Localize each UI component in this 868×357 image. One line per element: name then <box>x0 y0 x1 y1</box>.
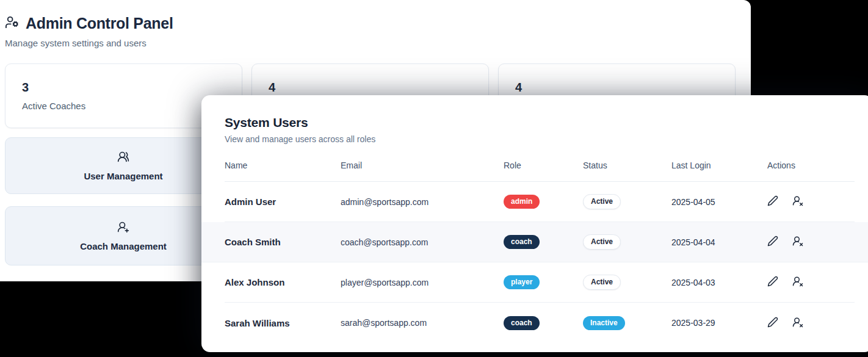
users-table: Name Email Role Status Last Login Action… <box>225 157 855 343</box>
modal-subtitle: View and manage users across all roles <box>225 134 855 144</box>
edit-user-button[interactable] <box>767 236 778 248</box>
edit-icon <box>767 276 778 289</box>
table-header-row: Name Email Role Status Last Login Action… <box>225 157 855 182</box>
table-body: Admin User admin@sportsapp.com admin Act… <box>225 182 855 343</box>
last-login: 2025-04-05 <box>671 197 767 207</box>
role-badge: player <box>504 275 540 289</box>
table-row: Alex Johnson player@sportsapp.com player… <box>225 262 855 303</box>
last-login: 2025-03-29 <box>671 318 767 328</box>
admin-page: { "page": { "title": "Admin Control Pane… <box>0 0 868 357</box>
user-email: coach@sportsapp.com <box>341 237 504 247</box>
column-header-lastlogin: Last Login <box>671 160 767 170</box>
column-header-role: Role <box>504 160 583 170</box>
coach-management-label: Coach Management <box>80 241 167 251</box>
row-actions <box>767 276 855 289</box>
remove-user-button[interactable] <box>792 195 803 208</box>
table-row: Admin User admin@sportsapp.com admin Act… <box>225 182 855 222</box>
remove-user-button[interactable] <box>792 236 803 248</box>
system-users-modal: System Users View and manage users acros… <box>201 95 868 352</box>
column-header-email: Email <box>341 160 504 170</box>
remove-user-icon <box>792 276 803 289</box>
modal-title: System Users <box>225 115 855 130</box>
page-title: Admin Control Panel <box>26 15 173 32</box>
remove-user-button[interactable] <box>792 317 803 330</box>
role-badge: admin <box>504 195 540 209</box>
edit-user-button[interactable] <box>767 195 778 208</box>
edit-icon <box>767 317 778 330</box>
remove-user-icon <box>792 317 803 330</box>
status-badge: Active <box>583 275 621 290</box>
role-badge: coach <box>504 316 540 330</box>
column-header-status: Status <box>583 160 671 170</box>
user-plus-icon <box>117 221 129 236</box>
user-email: admin@sportsapp.com <box>341 197 504 207</box>
column-header-actions: Actions <box>767 160 855 170</box>
row-actions <box>767 317 855 330</box>
edit-icon <box>767 236 778 248</box>
remove-user-button[interactable] <box>792 276 803 289</box>
stat-value: 4 <box>269 81 488 95</box>
user-name: Admin User <box>225 197 341 207</box>
last-login: 2025-04-04 <box>671 237 767 247</box>
remove-user-icon <box>792 236 803 248</box>
remove-user-icon <box>792 195 803 208</box>
status-badge: Active <box>583 234 621 250</box>
edit-user-button[interactable] <box>767 276 778 289</box>
user-name: Alex Johnson <box>225 277 341 287</box>
user-management-label: User Management <box>84 171 162 181</box>
edit-icon <box>767 195 778 208</box>
users-icon <box>117 151 129 165</box>
table-row: Sarah Williams sarah@sportsapp.com coach… <box>225 303 855 343</box>
row-actions <box>767 195 855 208</box>
edit-user-button[interactable] <box>767 317 778 330</box>
column-header-name: Name <box>225 160 341 170</box>
status-badge: Active <box>583 194 621 209</box>
page-subtitle: Manage system settings and users <box>5 38 751 48</box>
stat-value: 3 <box>22 81 242 95</box>
status-badge: Inactive <box>583 316 625 330</box>
user-name: Sarah Williams <box>225 318 341 328</box>
user-name: Coach Smith <box>225 237 341 247</box>
user-email: player@sportsapp.com <box>341 278 504 287</box>
user-cog-icon <box>5 15 19 32</box>
table-row: Coach Smith coach@sportsapp.com coach Ac… <box>201 222 868 262</box>
page-header: Admin Control Panel Manage system settin… <box>0 0 751 48</box>
row-actions <box>767 236 855 248</box>
role-badge: coach <box>504 235 540 249</box>
user-email: sarah@sportsapp.com <box>341 318 504 328</box>
stat-value: 4 <box>515 81 735 95</box>
last-login: 2025-04-03 <box>671 278 767 287</box>
